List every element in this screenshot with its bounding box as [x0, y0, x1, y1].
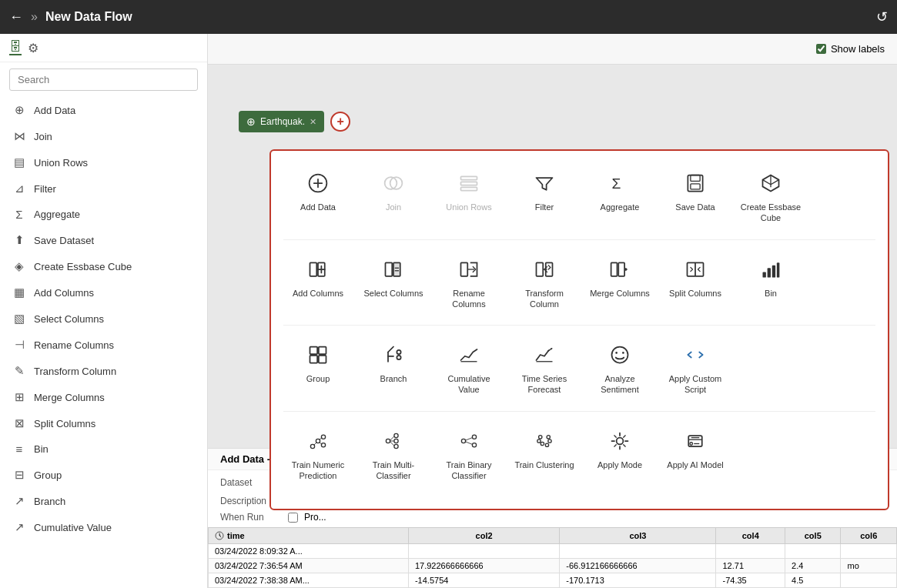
data-table-area: time col2 col3 col4 col5 col6: [208, 527, 897, 588]
popup-item-transform-column[interactable]: Transform Column: [510, 249, 579, 316]
popup-item-train-binary[interactable]: Train Binary Classifier: [434, 421, 504, 488]
svg-rect-12: [386, 262, 393, 276]
add-columns-label: Add Columns: [293, 288, 343, 299]
add-columns-label: Add Columns: [34, 287, 94, 299]
collapse-button[interactable]: »: [31, 10, 38, 24]
popup-item-rename-columns[interactable]: Rename Columns: [434, 249, 504, 316]
svg-point-49: [394, 444, 398, 448]
popup-item-split-columns[interactable]: Split Columns: [661, 249, 730, 316]
essbase-label: Create Essbase Cube: [739, 202, 802, 224]
cumulative-value-label: Cumulative Value: [437, 373, 500, 396]
show-labels-label[interactable]: Show labels: [816, 43, 885, 55]
popup-item-aggregate[interactable]: Σ Aggregate: [585, 163, 654, 230]
show-labels-checkbox[interactable]: [816, 44, 826, 54]
apply-ai-model-icon: [681, 427, 709, 455]
rename-columns-label: Rename Columns: [34, 339, 114, 351]
popup-item-time-series-forecast[interactable]: Time Series Forecast: [510, 335, 579, 402]
show-labels-text: Show labels: [831, 43, 885, 55]
sidebar-item-add-data[interactable]: ⊕ Add Data: [0, 97, 207, 123]
popup-item-merge-columns[interactable]: Merge Columns: [585, 249, 654, 316]
col-header-5: col5: [785, 528, 841, 544]
col-header-2: col2: [408, 528, 559, 544]
svg-rect-9: [691, 184, 700, 189]
popup-item-branch[interactable]: Branch: [359, 335, 428, 402]
node-close-icon[interactable]: ✕: [310, 117, 316, 127]
svg-line-43: [314, 443, 317, 446]
table-row: -170.1713: [560, 573, 716, 588]
sidebar-item-select-columns[interactable]: ▧ Select Columns: [0, 306, 207, 332]
add-columns-icon: ▦: [12, 286, 26, 299]
sidebar-item-save-dataset[interactable]: ⬆ Save Dataset: [0, 227, 207, 253]
popup-item-add-data[interactable]: Add Data: [283, 163, 353, 230]
sidebar-item-bin[interactable]: ≡ Bin: [0, 436, 207, 462]
sidebar-item-union-rows[interactable]: ▤ Union Rows: [0, 149, 207, 175]
popup-item-analyze-sentiment[interactable]: Analyze Sentiment: [585, 335, 654, 402]
sidebar-item-transform-column[interactable]: ✎ Transform Column: [0, 358, 207, 384]
transform-column-label: Transform Column: [513, 288, 576, 310]
svg-point-32: [397, 350, 400, 354]
table-row: -74.35: [716, 573, 785, 588]
popup-item-apply-custom-script[interactable]: Apply Custom Script: [661, 335, 730, 402]
sidebar-item-aggregate[interactable]: Σ Aggregate: [0, 202, 207, 227]
sidebar-item-join[interactable]: ⋈ Join: [0, 123, 207, 149]
merge-columns-icon: [606, 256, 634, 283]
svg-point-38: [622, 352, 624, 354]
apply-ai-model-label: Apply AI Model: [667, 459, 723, 470]
select-columns-icon: ▧: [12, 312, 26, 326]
popup-item-filter[interactable]: Filter: [510, 163, 579, 230]
sidebar-item-create-essbase-cube[interactable]: ◈ Create Essbase Cube: [0, 253, 207, 279]
when-run-checkbox[interactable]: [288, 513, 298, 523]
sidebar-item-add-columns[interactable]: ▦ Add Columns: [0, 279, 207, 306]
svg-rect-20: [611, 262, 618, 276]
svg-line-52: [390, 442, 394, 446]
popup-item-select-columns[interactable]: Select Columns: [359, 249, 428, 316]
split-columns-icon: ⊠: [12, 416, 26, 430]
table-row: [408, 544, 559, 559]
train-binary-label: Train Binary Classifier: [437, 459, 500, 482]
svg-rect-5: [461, 187, 477, 190]
svg-point-47: [394, 433, 398, 437]
popup-item-cumulative-value[interactable]: Cumulative Value: [434, 335, 504, 402]
popup-item-bin[interactable]: Bin: [736, 249, 805, 316]
bin-icon: ≡: [12, 443, 26, 456]
sidebar-item-group[interactable]: ⊟ Group: [0, 462, 207, 488]
sidebar-item-branch[interactable]: ↗ Branch: [0, 488, 207, 514]
add-data-icon: [304, 169, 332, 197]
split-columns-label: Split Columns: [34, 418, 95, 429]
cumulative-value-icon: ↗: [12, 520, 26, 534]
sidebar-item-split-columns[interactable]: ⊠ Split Columns: [0, 410, 207, 436]
sidebar-settings-icon[interactable]: ⚙: [28, 41, 38, 55]
select-columns-label: Select Columns: [363, 288, 423, 299]
sidebar-item-filter[interactable]: ⊿ Filter: [0, 175, 207, 202]
popup-item-add-columns[interactable]: Add Columns: [283, 249, 353, 316]
popup-item-save-data[interactable]: Save Data: [661, 163, 730, 230]
search-input[interactable]: [9, 68, 198, 91]
popup-item-train-numeric[interactable]: Train Numeric Prediction: [283, 421, 353, 488]
node-box[interactable]: ⊕ Earthquak. ✕: [239, 111, 324, 132]
sidebar-db-icon[interactable]: 🗄: [9, 40, 22, 55]
svg-rect-26: [772, 265, 775, 277]
popup-row-4: Train Numeric Prediction: [283, 421, 875, 488]
merge-columns-label: Merge Columns: [590, 288, 650, 299]
popup-item-train-clustering[interactable]: Train Clustering: [510, 421, 579, 488]
undo-button[interactable]: ↺: [876, 8, 888, 25]
train-numeric-label: Train Numeric Prediction: [286, 459, 350, 482]
popup-item-apply-mode[interactable]: Apply Mode: [585, 421, 654, 488]
table-row: 2.4: [785, 559, 841, 573]
sidebar-item-merge-columns[interactable]: ⊞ Merge Columns: [0, 384, 207, 410]
apply-custom-script-icon: [681, 341, 709, 369]
sidebar-item-cumulative-value[interactable]: ↗ Cumulative Value: [0, 514, 207, 540]
add-node-button[interactable]: +: [330, 112, 350, 132]
back-button[interactable]: ←: [9, 9, 23, 25]
svg-rect-8: [691, 175, 700, 182]
popup-item-essbase[interactable]: Create Essbase Cube: [736, 163, 805, 230]
sidebar-item-rename-columns[interactable]: ⊣ Rename Columns: [0, 332, 207, 358]
popup-item-apply-ai-model[interactable]: Apply AI Model: [661, 421, 730, 488]
col-header-3: col3: [560, 528, 716, 544]
svg-line-57: [466, 442, 473, 445]
svg-point-42: [321, 443, 325, 446]
popup-item-train-multi[interactable]: Train Multi-Classifier: [359, 421, 428, 488]
popup-item-group[interactable]: Group: [283, 335, 353, 402]
bin-icon: [757, 256, 785, 283]
essbase-icon: [757, 169, 785, 197]
